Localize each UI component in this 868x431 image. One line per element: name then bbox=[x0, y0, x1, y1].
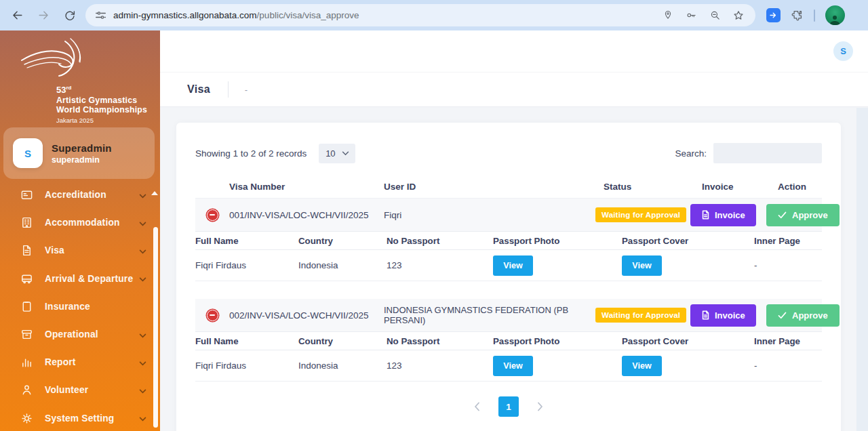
table-header-row: Visa Number User ID Status Invoice Actio… bbox=[195, 176, 822, 199]
subcol-passport-photo: Passport Photo bbox=[493, 336, 622, 346]
content-scrollbar-track[interactable] bbox=[856, 108, 868, 431]
document-icon bbox=[20, 244, 34, 257]
subcol-country: Country bbox=[298, 236, 387, 246]
url-bar-actions bbox=[663, 9, 746, 22]
user-id-cell: Fiqri bbox=[384, 210, 595, 220]
records-summary: Showing 1 to 2 of 2 records bbox=[195, 148, 307, 159]
logo-edition: 53rd bbox=[56, 85, 147, 96]
site-settings-icon[interactable] bbox=[95, 9, 106, 21]
sidebar-scroll-up-arrow[interactable] bbox=[151, 191, 158, 195]
chevron-down-icon bbox=[139, 329, 146, 341]
col-header-user-id: User ID bbox=[384, 182, 595, 192]
visa-number-cell: 001/INV-VISA/LOC-WCH/VII/2025 bbox=[229, 210, 384, 220]
logo-line2: Artistic Gymnastics bbox=[56, 96, 147, 106]
table-row: 002/INV-VISA/LOC-WCH/VII/2025 INDONESIA … bbox=[195, 299, 822, 331]
reload-icon[interactable] bbox=[64, 9, 76, 22]
status-badge: Waiting for Approval bbox=[595, 207, 686, 222]
sidebar-item-accreditation[interactable]: Accreditation bbox=[0, 181, 160, 209]
sidebar-item-label: Operational bbox=[45, 329, 139, 340]
view-passport-cover-button[interactable]: View bbox=[622, 255, 662, 276]
zoom-icon[interactable] bbox=[709, 9, 721, 21]
app-header: S bbox=[160, 30, 868, 73]
view-passport-photo-button[interactable]: View bbox=[493, 356, 533, 376]
browser-profile-avatar[interactable] bbox=[825, 5, 845, 25]
extensions-puzzle-icon[interactable] bbox=[791, 9, 804, 22]
breadcrumb: - bbox=[245, 85, 248, 95]
sidebar-item-operational[interactable]: Operational bbox=[0, 321, 160, 348]
sidebar-item-accommodation[interactable]: Accommodation bbox=[0, 209, 160, 237]
search-input[interactable] bbox=[713, 143, 822, 163]
approve-button[interactable]: Approve bbox=[766, 204, 840, 226]
user-card[interactable]: S Superadmin superadmin bbox=[3, 127, 155, 179]
inner-page-cell: - bbox=[754, 361, 822, 371]
subcol-full-name: Full Name bbox=[195, 336, 298, 346]
approve-button[interactable]: Approve bbox=[766, 304, 840, 327]
main-area: S Visa - Showing 1 to 2 of 2 records 10 … bbox=[160, 30, 868, 431]
chevron-down-icon bbox=[139, 217, 146, 229]
password-key-icon[interactable] bbox=[685, 9, 698, 21]
col-header-visa-number: Visa Number bbox=[229, 182, 384, 192]
visa-approve-card: Showing 1 to 2 of 2 records 10 Search: V… bbox=[176, 123, 841, 431]
chevron-down-icon bbox=[342, 151, 349, 156]
inner-page-cell: - bbox=[754, 260, 822, 270]
event-logo-text: 53rd Artistic Gymnastics World Champions… bbox=[56, 85, 147, 124]
sidebar-item-insurance[interactable]: Insurance bbox=[0, 293, 160, 321]
page-title: Visa bbox=[187, 83, 210, 96]
view-passport-cover-button[interactable]: View bbox=[622, 356, 662, 376]
user-avatar: S bbox=[13, 138, 43, 168]
sidebar-item-volunteer[interactable]: Volunteer bbox=[0, 376, 160, 404]
forward-icon[interactable] bbox=[37, 9, 50, 22]
car-icon bbox=[20, 272, 34, 285]
pagination-page-1[interactable]: 1 bbox=[498, 396, 519, 417]
sidebar-item-label: Report bbox=[45, 357, 139, 367]
no-passport-cell: 123 bbox=[387, 260, 493, 270]
sidebar-item-label: System Setting bbox=[45, 413, 139, 424]
sidebar-menu: Accreditation Accommodation Visa Arrival… bbox=[0, 181, 160, 431]
bookmark-star-icon[interactable] bbox=[732, 9, 745, 22]
url-bar[interactable]: admin-gymnastics.allgonabata.com/public/… bbox=[85, 4, 755, 26]
user-name: Superadmin bbox=[52, 142, 112, 154]
collapse-row-icon[interactable] bbox=[207, 209, 218, 221]
id-card-icon bbox=[20, 188, 34, 201]
country-cell: Indonesia bbox=[298, 260, 387, 270]
subcol-inner-page: Inner Page bbox=[754, 236, 822, 246]
chevron-down-icon bbox=[139, 245, 146, 257]
sidebar-item-label: Insurance bbox=[45, 302, 146, 312]
sidebar-item-system-setting[interactable]: System Setting bbox=[0, 405, 160, 431]
pagination-prev-icon[interactable] bbox=[474, 402, 480, 411]
invoice-button[interactable]: Invoice bbox=[690, 204, 756, 226]
user-role: superadmin bbox=[52, 155, 112, 165]
sidebar-scrollbar-thumb[interactable] bbox=[153, 227, 158, 428]
sidebar-item-arrival-departure[interactable]: Arrival & Departure bbox=[0, 265, 160, 293]
check-icon bbox=[778, 312, 787, 319]
bar-chart-icon bbox=[20, 356, 34, 369]
per-page-select[interactable]: 10 bbox=[319, 144, 355, 163]
back-icon[interactable] bbox=[11, 9, 24, 22]
subcol-passport-cover: Passport Cover bbox=[622, 236, 754, 246]
subcol-passport-cover: Passport Cover bbox=[622, 336, 754, 346]
subcol-full-name: Full Name bbox=[195, 236, 298, 246]
invoice-file-icon bbox=[701, 310, 710, 320]
visa-number-cell: 002/INV-VISA/LOC-WCH/VII/2025 bbox=[229, 310, 384, 321]
logo-line3: World Championships bbox=[56, 105, 147, 115]
collapse-row-icon[interactable] bbox=[207, 310, 218, 321]
profile-avatar[interactable]: S bbox=[833, 41, 853, 61]
chevron-down-icon bbox=[139, 272, 146, 285]
sidebar-item-visa[interactable]: Visa bbox=[0, 237, 160, 264]
invoice-button[interactable]: Invoice bbox=[690, 304, 756, 327]
pagination-next-icon[interactable] bbox=[537, 402, 543, 411]
view-passport-photo-button[interactable]: View bbox=[493, 255, 533, 276]
country-cell: Indonesia bbox=[298, 361, 387, 371]
subcol-country: Country bbox=[298, 336, 387, 346]
archive-icon bbox=[20, 328, 34, 341]
detail-row: Fiqri Firdaus Indonesia 123 View View - bbox=[195, 250, 822, 281]
detail-header-row: Full Name Country No Passport Passport P… bbox=[195, 231, 822, 250]
sidebar-item-report[interactable]: Report bbox=[0, 348, 160, 376]
building-icon bbox=[20, 216, 34, 229]
full-name-cell: Fiqri Firdaus bbox=[195, 361, 298, 371]
extension-arrow-icon[interactable] bbox=[766, 8, 781, 22]
clipboard-icon bbox=[20, 300, 34, 313]
full-name-cell: Fiqri Firdaus bbox=[195, 260, 298, 270]
location-pin-icon[interactable] bbox=[663, 9, 673, 21]
sidebar-item-label: Volunteer bbox=[45, 385, 139, 395]
